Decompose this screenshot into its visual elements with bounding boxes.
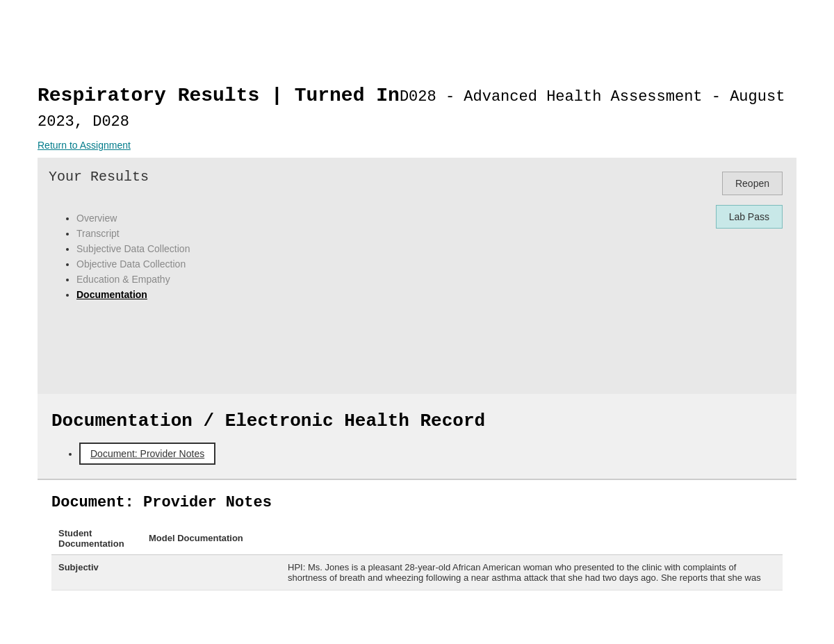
nav-item-overview[interactable]: Overview — [76, 213, 785, 224]
documentation-section-title: Documentation / Electronic Health Record — [51, 411, 783, 431]
return-to-assignment-link[interactable]: Return to Assignment — [38, 140, 131, 151]
doc-tabs-list: Document: Provider Notes — [51, 443, 783, 465]
nav-item-objective[interactable]: Objective Data Collection — [76, 258, 785, 270]
nav-link-transcript[interactable]: Transcript — [76, 228, 120, 239]
nav-item-education[interactable]: Education & Empathy — [76, 274, 785, 285]
lab-pass-button[interactable]: Lab Pass — [716, 205, 783, 229]
nav-link-subjective[interactable]: Subjective Data Collection — [76, 243, 190, 254]
results-title: Your Results — [49, 169, 785, 185]
title-main: Respiratory Results | Turned In — [38, 85, 400, 106]
reopen-button[interactable]: Reopen — [722, 172, 783, 195]
page-title: Respiratory Results | Turned InD028 - Ad… — [38, 83, 796, 134]
nav-link-education[interactable]: Education & Empathy — [76, 274, 170, 285]
nav-item-subjective[interactable]: Subjective Data Collection — [76, 243, 785, 254]
col-content-header — [281, 522, 783, 555]
col-model-header: Model Documentation — [142, 522, 281, 555]
nav-item-transcript[interactable]: Transcript — [76, 228, 785, 239]
documentation-section: Documentation / Electronic Health Record… — [38, 394, 796, 479]
table-row: Subjectiv HPI: Ms. Jones is a pleasant 2… — [51, 554, 783, 590]
row-label: Subjectiv — [51, 554, 142, 590]
doc-tab-item[interactable]: Document: Provider Notes — [79, 443, 783, 465]
doc-tab-provider-notes[interactable]: Document: Provider Notes — [79, 443, 215, 465]
row-content: HPI: Ms. Jones is a pleasant 28-year-old… — [281, 554, 783, 590]
provider-notes-title: Document: Provider Notes — [51, 494, 783, 511]
navigation-list: Overview Transcript Subjective Data Coll… — [49, 213, 785, 300]
nav-link-objective[interactable]: Objective Data Collection — [76, 258, 186, 270]
col-student-header: Student Documentation — [51, 522, 142, 555]
provider-notes-section: Document: Provider Notes Student Documen… — [38, 479, 796, 604]
documentation-table: Student Documentation Model Documentatio… — [51, 522, 783, 591]
row-model — [142, 554, 281, 590]
results-section: Your Results Reopen Lab Pass Overview Tr… — [38, 158, 796, 394]
nav-item-documentation[interactable]: Documentation — [76, 289, 785, 300]
nav-link-documentation[interactable]: Documentation — [76, 289, 147, 300]
nav-link-overview[interactable]: Overview — [76, 213, 117, 224]
